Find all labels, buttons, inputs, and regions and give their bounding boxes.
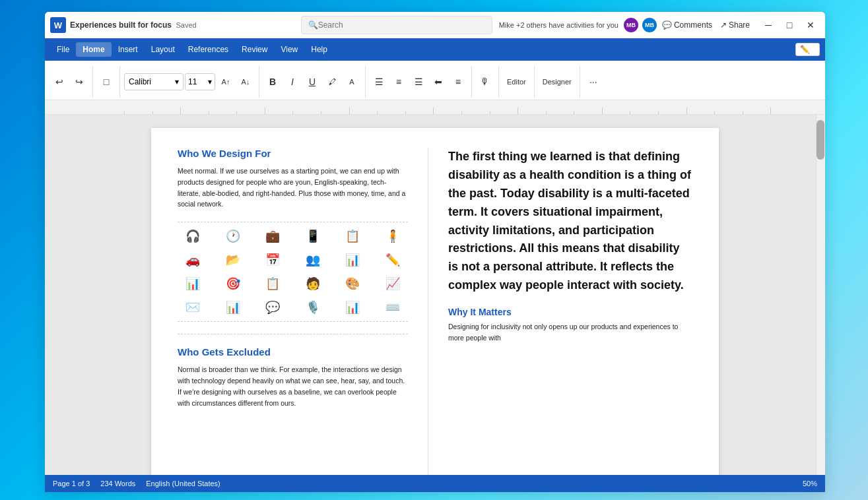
icon-phone: 📱 (298, 229, 329, 243)
collab-text: Mike +2 others have activities for you (499, 21, 618, 29)
share-button[interactable]: ↗ Share (716, 19, 754, 31)
icon-pencil: ✏️ (378, 253, 409, 267)
search-input[interactable] (318, 20, 485, 30)
saved-status: Saved (174, 21, 196, 29)
font-family-selector[interactable]: Calibri ▾ (124, 73, 184, 90)
font-dropdown-icon: ▾ (175, 77, 179, 86)
menu-insert[interactable]: Insert (112, 42, 145, 57)
view-toggle-button[interactable]: □ (97, 73, 116, 91)
icon-chart: 📊 (337, 253, 368, 267)
icon-comment: 💬 (257, 300, 288, 315)
more-options-button[interactable]: ··· (584, 73, 603, 91)
collab-area: Mike +2 others have activities for you M… (499, 16, 658, 34)
menu-help[interactable]: Help (304, 42, 334, 57)
underline-button[interactable]: U (303, 73, 321, 91)
document-page: Who We Design For Meet normal. If we use… (151, 128, 719, 475)
menu-view[interactable]: View (274, 42, 304, 57)
font-size-value: 11 (188, 77, 197, 86)
italic-button[interactable]: I (283, 73, 302, 91)
window-controls: ─ □ ✕ (759, 16, 820, 34)
undo-button[interactable]: ↩ (50, 73, 69, 91)
menu-file[interactable]: File (50, 42, 76, 57)
ribbon-paragraph-group: ☰ ≡ ☰ ⬅ ≡ (370, 66, 472, 98)
icon-headphones: 🎧 (178, 229, 209, 243)
avatar-mb1: MB (622, 16, 640, 34)
increase-font-button[interactable]: A↑ (217, 73, 235, 91)
icon-clipboard: 📋 (337, 229, 368, 243)
maximize-button[interactable]: □ (780, 16, 799, 34)
ribbon: ↩ ↪ □ Calibri ▾ 11 ▾ A↑ A↓ B I U 🖍 A ☰ (45, 61, 825, 100)
align-button[interactable]: ≡ (449, 73, 467, 91)
who-gets-excluded-body: Normal is broader than we think. For exa… (178, 364, 408, 408)
bullets-button[interactable]: ☰ (370, 73, 388, 91)
word-app-icon: W (50, 17, 66, 33)
scroll-indicator[interactable] (816, 115, 825, 475)
app-window: W Experiences built for focus Saved 🔍 Mi… (45, 12, 825, 492)
indent-button[interactable]: ⬅ (429, 73, 448, 91)
font-name: Calibri (129, 77, 151, 86)
title-bar: W Experiences built for focus Saved 🔍 Mi… (45, 12, 825, 38)
editing-mode-button[interactable]: ✏️ ▾ (795, 43, 820, 56)
numbering-button[interactable]: ≡ (389, 73, 408, 91)
document-title-area: Experiences built for focus Saved (70, 20, 294, 30)
icon-calendar: 📅 (257, 253, 288, 267)
ruler (45, 100, 825, 115)
close-button[interactable]: ✕ (801, 16, 820, 34)
ribbon-designer-group: Designer (539, 66, 580, 98)
search-box[interactable]: 🔍 (301, 16, 492, 34)
document-area: Who We Design For Meet normal. If we use… (45, 115, 825, 475)
decrease-font-button[interactable]: A↓ (236, 73, 255, 91)
menu-references[interactable]: References (182, 42, 235, 57)
doc-right-column: The first thing we learned is that defin… (428, 148, 692, 475)
minimize-button[interactable]: ─ (759, 16, 778, 34)
section-divider (178, 334, 408, 334)
multilevel-button[interactable]: ☰ (409, 73, 428, 91)
page-info: Page 1 of 3 (53, 480, 90, 487)
avatar-group: MB MB (622, 16, 658, 34)
ribbon-editor-group: Editor (503, 66, 535, 98)
ribbon-view-group: □ (97, 66, 120, 98)
icon-board: 📋 (257, 276, 288, 291)
highlight-button[interactable]: 🖍 (323, 73, 341, 91)
font-color-button[interactable]: A (343, 73, 361, 91)
icon-clock: 🕐 (218, 229, 249, 243)
bold-button[interactable]: B (263, 73, 282, 91)
share-label: Share (729, 20, 750, 30)
font-size-selector[interactable]: 11 ▾ (185, 73, 215, 90)
menu-bar: File Home Insert Layout References Revie… (45, 38, 825, 61)
icon-linechart: 📈 (378, 276, 409, 291)
menu-review[interactable]: Review (235, 42, 274, 57)
doc-left-column: Who We Design For Meet normal. If we use… (178, 148, 428, 475)
menu-home[interactable]: Home (76, 42, 111, 57)
status-right: 50% (803, 480, 817, 487)
icon-barchart2: 📊 (218, 300, 249, 315)
comments-label: Comments (674, 20, 712, 30)
pen-icon: ✏️ (800, 45, 810, 54)
ribbon-voice-group: 🎙 (476, 66, 499, 98)
designer-button[interactable]: Designer (539, 73, 576, 91)
editor-button[interactable]: Editor (503, 73, 530, 91)
comments-button[interactable]: 💬 Comments (658, 19, 716, 31)
word-count: 234 Words (100, 480, 135, 487)
font-size-dropdown-icon: ▾ (208, 77, 212, 86)
ruler-inner (124, 100, 799, 114)
redo-button[interactable]: ↪ (70, 73, 88, 91)
menu-layout[interactable]: Layout (145, 42, 182, 57)
icon-target: 🎯 (218, 276, 249, 291)
icon-person2: 🧑 (298, 276, 329, 291)
language-info: English (United States) (146, 480, 220, 487)
icon-barchart: 📊 (178, 276, 209, 291)
dictate-button[interactable]: 🎙 (476, 73, 494, 91)
search-icon: 🔍 (308, 20, 318, 30)
icon-car: 🚗 (178, 253, 209, 267)
scroll-thumb[interactable] (817, 120, 824, 160)
icon-mic: 🎙️ (298, 300, 329, 315)
ribbon-more-group: ··· (584, 66, 607, 98)
ribbon-undo-group: ↩ ↪ (50, 66, 93, 98)
ribbon-font-group: Calibri ▾ 11 ▾ A↑ A↓ (124, 66, 259, 98)
who-we-design-body: Meet normal. If we use ourselves as a st… (178, 166, 408, 210)
icons-grid: 🎧 🕐 💼 📱 📋 🧍 🚗 📂 📅 👥 📊 ✏️ 📊 🎯 📋 🧑 (178, 222, 408, 322)
icon-folder: 📂 (218, 253, 249, 267)
icon-keyboard: ⌨️ (378, 300, 409, 315)
editing-label: ▾ (811, 46, 815, 54)
